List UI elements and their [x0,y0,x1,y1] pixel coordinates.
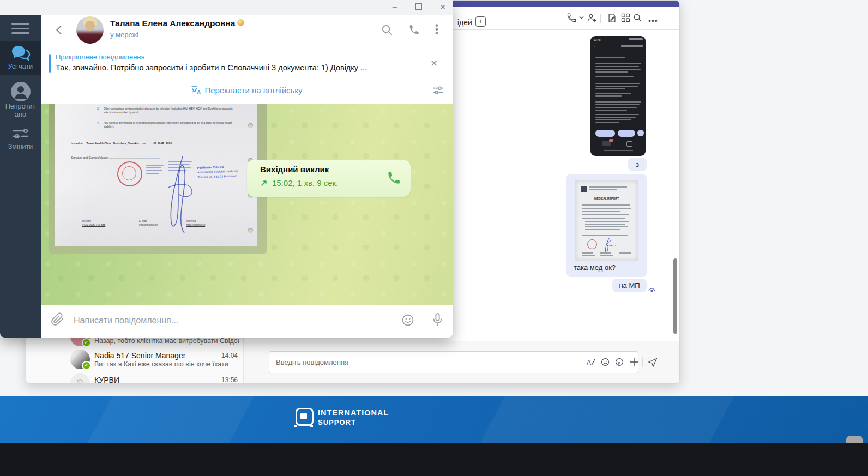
doc-signature [599,237,621,254]
folder-edit[interactable]: Змінити [0,124,41,153]
chats-icon [11,45,31,61]
pinned-title: Прикріплене повідомлення [56,53,145,61]
emoji-icon[interactable] [401,314,414,327]
search-icon[interactable] [381,24,393,35]
call-title: Вихідний виклик [260,165,329,174]
call-details: 15:02, 1 хв. 9 сек. [272,178,338,188]
phone-status-time: 13:48 [594,38,601,41]
phone-round-button [637,130,644,136]
online-status: у мережі [110,31,138,39]
phone-status-icons [629,38,643,40]
telegram-titlebar[interactable]: ─ ✕ [0,0,453,15]
sliders-icon [12,128,29,140]
message-input-placeholder[interactable]: Написати повідомлення... [74,316,178,326]
pinned-message-bar[interactable]: Прикріплене повідомлення Так, звичайно. … [41,49,453,78]
call-icon[interactable] [408,24,420,35]
international-support-logo [294,407,313,427]
apps-button[interactable] [621,13,630,22]
translate-settings-icon[interactable] [433,86,443,95]
avatar [70,373,90,384]
presence-available-icon [82,338,91,347]
call-message-bubble[interactable]: Вихідний виклик ↗ 15:02, 1 хв. 9 сек. [247,160,411,197]
scrollbar-thumb[interactable] [673,258,677,334]
send-button[interactable] [648,357,658,367]
message-input[interactable]: Введіть повідомлення A p [269,351,638,373]
svg-text:A: A [587,359,591,366]
list-item[interactable]: КУРВИ 13:56 [26,373,243,383]
attach-paperclip-icon[interactable] [51,312,64,326]
phone-back-icon: ‹ [594,45,595,49]
document-page: 3. Other contagious or transmittable dis… [55,104,257,246]
folder-label-line1: Непрочит [0,103,41,110]
windows-taskbar: T 15:02 10.03.2026 z [0,443,868,476]
document-photo-message[interactable]: 3. Other contagious or transmittable dis… [49,104,267,254]
chat-name: Nadia 517 Senior Manager [94,351,220,360]
close-button[interactable]: ✕ [432,0,453,15]
maximize-button[interactable] [408,0,430,15]
menu-hamburger-icon[interactable] [11,23,29,34]
emoji-button[interactable] [601,358,610,366]
toolbar-divider [600,14,601,23]
phone-toolbar-icons [621,45,643,47]
contact-avatar[interactable] [76,16,104,44]
outgoing-arrow-icon: ↗ [260,178,267,188]
phone-chat-icon [626,141,632,147]
search-icon[interactable] [633,13,642,22]
message-bubble[interactable]: на МП [612,279,647,292]
message-bubble[interactable]: з [628,158,647,171]
back-button[interactable] [53,24,65,36]
folder-label: Змінити [0,143,41,150]
teams-chat-tab-title[interactable]: ідей [457,18,472,27]
phone-screenshot-image[interactable]: 13:48 ‹ [590,36,646,156]
red-stamp [117,161,142,186]
folder-all-chats[interactable]: Усі чати [0,41,41,75]
pinned-close-icon[interactable]: ✕ [430,58,438,69]
compose-divider [642,357,643,367]
chat-header: Талапа Елена Александровна у мережі ••• [41,15,453,45]
brand-line1: INTERNATIONAL [318,408,389,417]
seen-eye-icon [648,288,655,293]
chat-preview: Ви: так я Каті вже сказав шо він хоче їх… [94,360,236,368]
chat-preview: Назар, тобто клієнтка має витребувати Св… [94,337,239,345]
telegram-folder-rail: Усі чати Непрочит ано Змінити [0,15,41,338]
unread-icon [11,82,31,101]
chat-name: КУРВИ [94,376,220,384]
phone-nav-bar [604,150,633,151]
premium-badge-icon [238,20,244,26]
call-button[interactable] [566,13,577,23]
folder-unread[interactable]: Непрочит ано [0,80,41,119]
chat-time: 14:04 [210,352,238,359]
translate-bar[interactable]: A Перекласти на англійську [41,77,453,104]
medical-report-image[interactable]: MEDICAL REPORT [575,180,638,261]
contact-name[interactable]: Талапа Елена Александровна [110,19,244,28]
more-options-button[interactable]: ••• [648,16,658,25]
brand-line2: SUPPORT [318,418,356,426]
call-options-chevron-icon[interactable] [579,16,584,19]
format-button[interactable]: A [586,357,596,367]
kebab-menu-icon[interactable]: ••• [435,23,439,35]
message-bubble-image[interactable]: MEDICAL REPORT така мед ок? [566,174,647,277]
list-item[interactable]: Nadia 517 Senior Manager 14:04 Ви: так я… [26,350,243,373]
translate-action[interactable]: A Перекласти на англійську [41,85,453,95]
minimize-button[interactable]: ─ [384,0,406,15]
sticker-button[interactable]: p [615,358,624,366]
message-caption: така мед ок? [574,263,616,272]
message-input-placeholder: Введіть повідомлення [276,358,348,366]
microphone-icon[interactable] [431,312,444,327]
add-tab-button[interactable]: + [475,16,486,27]
add-people-button[interactable] [587,13,597,22]
avatar [70,350,90,369]
telegram-window: ─ ✕ Усі чати Непрочит ано [0,0,453,338]
scroll-tab[interactable] [846,436,863,443]
phone-action-button [595,130,615,137]
phone-action-button [618,130,635,137]
doc-red-stamp [587,239,597,249]
folder-label: Усі чати [0,63,41,70]
telegram-compose-bar: Написати повідомлення... [41,305,453,338]
pinned-accent [49,54,51,73]
pinned-preview: Так, звичайно. Потрібно запросити і зроб… [56,63,421,72]
attach-plus-button[interactable] [630,358,638,366]
folder-label-line2: ано [0,111,41,118]
sign-document-button[interactable] [607,13,617,23]
call-phone-icon[interactable] [387,171,401,185]
